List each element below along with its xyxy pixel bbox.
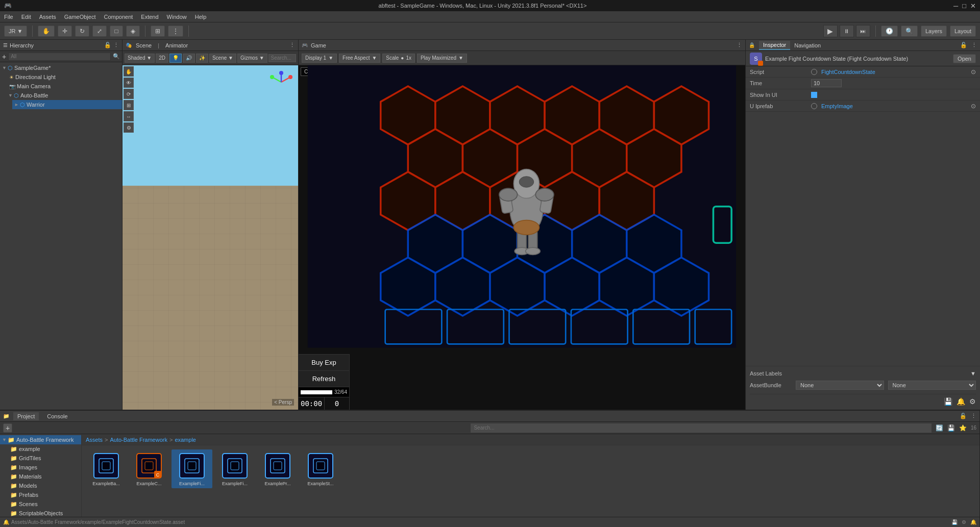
project-menu-icon[interactable]: ⋮ [971, 413, 976, 419]
layout-btn[interactable]: Layout [950, 26, 976, 37]
layers-btn[interactable]: Layers [921, 26, 947, 37]
game-tab[interactable]: Game [311, 42, 326, 48]
inspector-showinui-checkbox[interactable] [811, 92, 817, 98]
inspector-bottom-icon-2[interactable]: 🔔 [957, 397, 965, 406]
animator-tab[interactable]: Animator [165, 42, 188, 48]
tree-item-scriptableobjects[interactable]: 📁 ScriptableObjects [0, 509, 81, 517]
menu-gameobject[interactable]: GameObject [64, 14, 96, 20]
hierarchy-lock-icon[interactable]: 🔓 [104, 42, 111, 48]
refresh-btn[interactable]: Refresh [299, 371, 349, 387]
project-save-icon[interactable]: 💾 [947, 424, 955, 432]
inspector-tab[interactable]: Inspector [759, 41, 790, 50]
project-add-btn[interactable]: + [3, 423, 12, 433]
tree-item-models[interactable]: 📁 Models [0, 481, 81, 490]
scene-shading-btn[interactable]: Shaded ▼ [125, 54, 155, 63]
inspector-nav-tab[interactable]: Navigation [794, 42, 821, 48]
titlebar-controls[interactable]: ─ □ ✕ [953, 2, 976, 10]
asset-item-exampleba[interactable]: ExampleBa... [86, 449, 127, 488]
history-btn[interactable]: 🕐 [881, 26, 898, 37]
scene-overlay-btn-5[interactable]: ↔ [124, 111, 134, 121]
inspector-bottom-icon-3[interactable]: ⚙ [969, 397, 976, 406]
game-menu-icon[interactable]: ⋮ [737, 42, 742, 48]
project-lock-icon[interactable]: 🔓 [960, 413, 967, 419]
inspector-open-btn[interactable]: Open [953, 54, 976, 63]
inspector-bottom-icon-1[interactable]: 💾 [944, 397, 952, 406]
search-btn[interactable]: 🔍 [901, 26, 918, 37]
scene-scene-btn[interactable]: Scene ▼ [209, 54, 236, 63]
scene-tab[interactable]: Scene [136, 42, 152, 48]
console-tab[interactable]: Console [43, 412, 71, 420]
scene-fx-btn[interactable]: ✨ [196, 54, 208, 63]
scene-overlay-btn-6[interactable]: ⚙ [124, 122, 134, 133]
close-btn[interactable]: ✕ [970, 2, 976, 10]
breadcrumb-assets[interactable]: Assets [86, 437, 103, 443]
inspector-menu-icon[interactable]: ⋮ [971, 42, 977, 48]
scene-overlay-btn-2[interactable]: 👁 [124, 78, 134, 88]
scene-overlay-btn-3[interactable]: ⟳ [124, 89, 134, 99]
hierarchy-menu-icon[interactable]: ⋮ [113, 42, 119, 48]
asset-item-examplefi1[interactable]: ExampleFi... [172, 449, 212, 488]
hierarchy-item-maincamera[interactable]: 📷 Main Camera [6, 82, 122, 91]
breadcrumb-example[interactable]: example [175, 437, 196, 443]
menu-component[interactable]: Component [104, 14, 133, 20]
tree-item-example[interactable]: 📁 example [0, 444, 81, 454]
tree-item-autobattle[interactable]: ▼ 📁 Auto-Battle Framework [0, 435, 81, 444]
asset-bundle-variant-select[interactable]: None [888, 381, 976, 390]
asset-bundle-select[interactable]: None [796, 381, 884, 390]
menu-assets[interactable]: Assets [39, 14, 56, 20]
project-star-icon[interactable]: ⭐ [959, 424, 967, 432]
menu-file[interactable]: File [4, 14, 13, 20]
project-refresh-icon[interactable]: 🔄 [936, 424, 943, 432]
project-tab[interactable]: Project [13, 412, 39, 420]
status-icon-2[interactable]: ⚙ [962, 519, 966, 525]
scene-overlay-btn-1[interactable]: ✋ [124, 66, 134, 77]
scene-menu-icon[interactable]: ⋮ [289, 42, 295, 48]
move-tool-btn[interactable]: ✛ [58, 26, 72, 37]
asset-item-examplefi2[interactable]: ExampleFi... [214, 449, 255, 488]
menu-window[interactable]: Window [167, 14, 187, 20]
scale-tool-btn[interactable]: ⤢ [92, 26, 107, 37]
grid-tool-btn[interactable]: ⊞ [151, 26, 165, 37]
inspector-uiprefab-target-icon[interactable]: ⊙ [971, 103, 976, 110]
project-search-input[interactable] [471, 423, 931, 433]
scene-search-input[interactable] [268, 54, 296, 62]
asset-item-examplest[interactable]: ExampleSt... [300, 449, 341, 488]
menu-help[interactable]: Help [195, 14, 207, 20]
rect-tool-btn[interactable]: □ [110, 26, 122, 37]
tree-item-images[interactable]: 📁 Images [0, 463, 81, 472]
hierarchy-search-input[interactable] [8, 53, 111, 61]
rotate-tool-btn[interactable]: ↻ [75, 26, 89, 37]
inspector-time-input[interactable] [811, 79, 842, 87]
asset-labels-expand-icon[interactable]: ▼ [970, 370, 976, 377]
tree-item-gridtiles[interactable]: 📁 GridTiles [0, 454, 81, 463]
inspector-script-link[interactable]: FightCountdownState [821, 69, 875, 75]
scene-lighting-btn[interactable]: 💡 [169, 54, 182, 63]
game-scale-control[interactable]: Scale ● 1x [382, 54, 415, 63]
hand-tool-btn[interactable]: ✋ [38, 26, 55, 37]
step-btn[interactable]: ⏭ [856, 25, 870, 37]
hierarchy-item-autobattle[interactable]: ▼ ⬡ Auto-Battle [6, 91, 122, 100]
play-btn[interactable]: ▶ [823, 25, 838, 37]
game-aspect-dropdown[interactable]: Free Aspect ▼ [339, 54, 380, 63]
hierarchy-add-btn[interactable]: + [2, 53, 6, 61]
snap-tool-btn[interactable]: ⋮ [168, 26, 183, 37]
hierarchy-item-warrior[interactable]: ► ⬡ Warrior [12, 100, 122, 109]
scene-audio-btn[interactable]: 🔊 [183, 54, 195, 63]
inspector-uiprefab-link[interactable]: EmptyImage [821, 103, 853, 109]
breadcrumb-framework[interactable]: Auto-Battle Framework [110, 437, 167, 443]
asset-item-examplec[interactable]: C ExampleC... [129, 449, 169, 488]
hierarchy-item-samplegame[interactable]: ▼ ⬡ SampleGame* [0, 63, 122, 72]
scene-overlay-btn-4[interactable]: ⊞ [124, 100, 134, 110]
buy-exp-btn[interactable]: Buy Exp [299, 355, 349, 371]
status-icon-1[interactable]: 💾 [951, 519, 958, 525]
minimize-btn[interactable]: ─ [953, 2, 958, 10]
pause-btn[interactable]: ⏸ [840, 25, 854, 37]
status-icon-3[interactable]: 🔔 [970, 519, 976, 525]
game-display-dropdown[interactable]: Display 1 ▼ [302, 54, 337, 63]
transform-tool-btn[interactable]: ◈ [126, 26, 140, 37]
tree-item-prefabs[interactable]: 📁 Prefabs [0, 490, 81, 499]
menu-edit[interactable]: Edit [21, 14, 31, 20]
account-btn[interactable]: JR ▼ [4, 26, 27, 37]
inspector-target-icon[interactable]: ⊙ [971, 68, 976, 76]
hierarchy-item-directionallight[interactable]: ☀ Directional Light [6, 72, 122, 82]
